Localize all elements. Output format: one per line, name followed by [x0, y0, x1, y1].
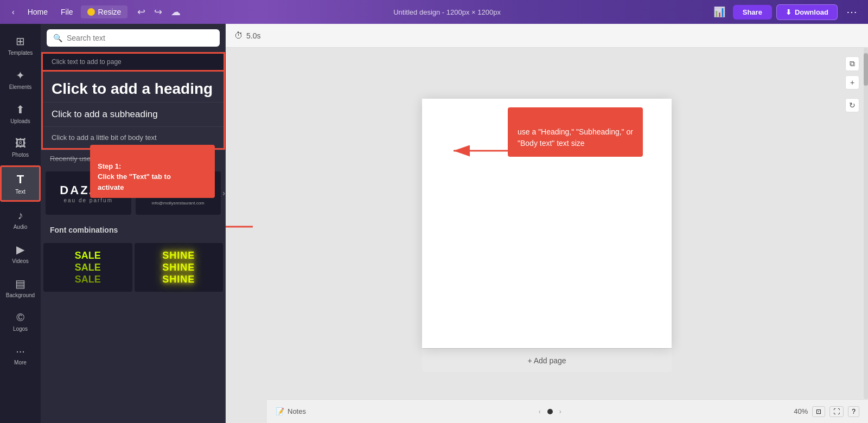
- videos-icon: ▶: [16, 243, 24, 256]
- recently-used-section: Recently used Step 1: Click the "Text" t…: [41, 150, 225, 294]
- sidebar-icons: ⊞ Templates ✦ Elements ⬆ Uploads 🖼 Photo…: [0, 24, 41, 423]
- clock-icon: ⏱: [234, 31, 243, 41]
- elements-icon: ✦: [16, 69, 25, 82]
- canvas-wrapper: ⧉ + ↻ + Add page use a "Heading," "Subhe…: [226, 48, 868, 423]
- notes-button[interactable]: 📝 Notes: [276, 407, 306, 415]
- zoom-level: 40%: [794, 407, 808, 415]
- add-page-button[interactable]: + Add page: [422, 348, 672, 372]
- refresh-button[interactable]: ↻: [845, 98, 859, 112]
- uploads-icon: ⬆: [16, 103, 25, 116]
- cloud-save-button[interactable]: ☁: [168, 4, 184, 20]
- resize-button[interactable]: Resize: [81, 5, 128, 18]
- sidebar-item-elements[interactable]: ✦ Elements: [0, 63, 41, 95]
- left-panel: 🔍 Click text to add to page Click to add…: [41, 24, 226, 423]
- background-icon: ▤: [15, 277, 25, 290]
- more-icon: ···: [16, 345, 25, 357]
- text-icon: T: [17, 172, 24, 187]
- vertical-scrollbar[interactable]: [864, 48, 868, 399]
- annotation-arrow-left: [226, 210, 258, 243]
- scrollbar-thumb: [864, 53, 868, 86]
- yellow-dot-icon: [87, 8, 95, 16]
- sale-previews-row: SALE SALE SALE SHINE SHINE SHINE: [41, 241, 225, 294]
- undo-redo-group: ↩ ↪ ☁: [134, 4, 184, 20]
- chevron-right-icon: ›: [222, 189, 225, 197]
- sidebar-item-more[interactable]: ··· More: [0, 339, 41, 371]
- heading-annotation: use a "Heading," "Subheading," or "Body …: [508, 107, 643, 157]
- download-icon: ⬇: [786, 8, 792, 16]
- add-page-icon-button[interactable]: +: [845, 75, 859, 89]
- sidebar-item-logos[interactable]: © Logos: [0, 306, 41, 337]
- redo-button[interactable]: ↪: [151, 4, 165, 20]
- bottom-center: ‹ ›: [537, 408, 564, 415]
- text-options-panel: Click to add a heading Click to add a su…: [41, 72, 225, 150]
- search-icon: 🔍: [53, 34, 62, 42]
- home-button[interactable]: Home: [22, 5, 53, 18]
- topbar-title: Untitled design - 1200px × 1200px: [188, 8, 705, 16]
- scroll-right-button[interactable]: ›: [557, 408, 564, 415]
- fit-page-button[interactable]: ⊡: [812, 406, 825, 417]
- file-button[interactable]: File: [55, 5, 79, 18]
- fullscreen-button[interactable]: ⛶: [829, 406, 844, 417]
- sale-text-group: SALE SALE SALE: [75, 250, 101, 285]
- parfum-text: eau de parfum: [64, 197, 113, 203]
- search-box[interactable]: 🔍: [47, 29, 220, 47]
- bottom-right: 40% ⊡ ⛶ ?: [794, 406, 859, 417]
- download-button[interactable]: ⬇ Download: [776, 4, 838, 20]
- sidebar-item-audio[interactable]: ♪ Audio: [0, 204, 41, 235]
- topbar-left: ‹ Home File Resize ↩ ↪ ☁: [7, 4, 184, 20]
- canvas-right-tools: ⧉ + ↻: [845, 56, 859, 112]
- add-heading-option[interactable]: Click to add a heading: [43, 72, 224, 102]
- photos-icon: 🖼: [15, 137, 26, 150]
- shine-preview[interactable]: SHINE SHINE SHINE: [135, 243, 224, 292]
- step1-annotation: Step 1: Click the "Text" tab to activate: [90, 145, 215, 198]
- audio-icon: ♪: [18, 209, 23, 222]
- analytics-button[interactable]: 📊: [710, 4, 729, 20]
- shine-text-group: SHINE SHINE SHINE: [162, 250, 195, 285]
- font-combinations-label: Font combinations: [41, 219, 225, 241]
- sidebar-item-text[interactable]: T Text: [0, 165, 41, 202]
- add-subheading-option[interactable]: Click to add a subheading: [43, 102, 224, 127]
- canvas-toolbar: ⏱ 5.0s: [226, 24, 868, 48]
- sidebar-item-uploads[interactable]: ⬆ Uploads: [0, 98, 41, 130]
- more-options-button[interactable]: ⋯: [842, 3, 861, 21]
- sidebar-item-videos[interactable]: ▶ Videos: [0, 238, 41, 270]
- click-to-add-banner: Click text to add to page: [41, 52, 225, 72]
- sale-preview[interactable]: SALE SALE SALE: [43, 243, 132, 292]
- back-button[interactable]: ‹: [7, 5, 20, 18]
- logos-icon: ©: [16, 311, 24, 324]
- notes-icon: 📝: [276, 407, 284, 415]
- copy-page-button[interactable]: ⧉: [845, 56, 859, 71]
- main-layout: ⊞ Templates ✦ Elements ⬆ Uploads 🖼 Photo…: [0, 24, 868, 423]
- topbar: ‹ Home File Resize ↩ ↪ ☁ Untitled design…: [0, 0, 868, 24]
- time-display: ⏱ 5.0s: [234, 31, 260, 41]
- sidebar-item-photos[interactable]: 🖼 Photos: [0, 132, 41, 163]
- scroll-left-button[interactable]: ‹: [537, 408, 543, 415]
- canvas-area: ⏱ 5.0s ⧉ + ↻ + Add page use a "Heading,"…: [226, 24, 868, 423]
- help-button[interactable]: ?: [848, 406, 859, 417]
- nav-home: ‹ Home: [7, 5, 53, 18]
- bottom-bar: 📝 Notes ‹ › 40% ⊡ ⛶ ?: [267, 399, 868, 423]
- search-input[interactable]: [67, 34, 213, 42]
- undo-button[interactable]: ↩: [134, 4, 149, 20]
- topbar-right: 📊 Share ⬇ Download ⋯: [710, 3, 861, 21]
- sidebar-item-background[interactable]: ▤ Background: [0, 272, 41, 304]
- share-button[interactable]: Share: [733, 5, 772, 20]
- sidebar-item-templates[interactable]: ⊞ Templates: [0, 29, 41, 61]
- templates-icon: ⊞: [16, 35, 25, 48]
- page-indicator: [547, 409, 553, 414]
